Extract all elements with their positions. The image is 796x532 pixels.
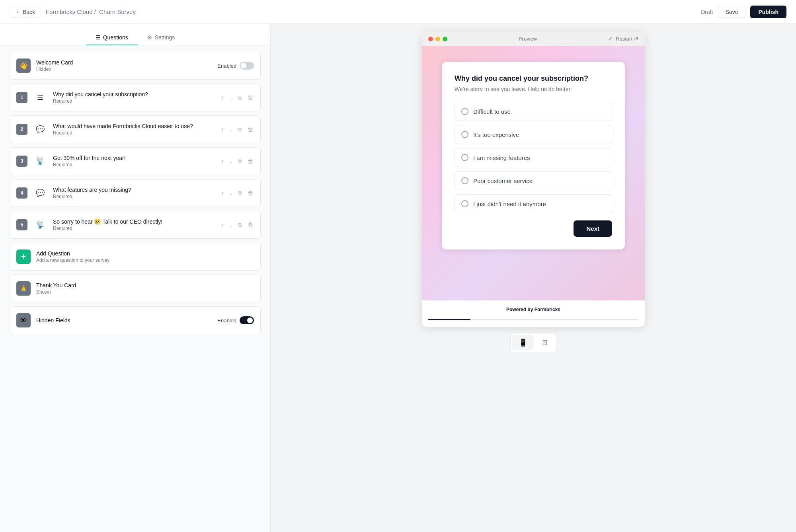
welcome-toggle-container: Enabled	[217, 62, 254, 70]
question-2-icon: 💬	[33, 122, 47, 136]
preview-body: Why did you cancel your subscription? We…	[422, 46, 645, 300]
thank-you-content: Thank You Card Shown	[36, 282, 254, 295]
header-left: ← Back Formbricks Cloud / Churn Survey	[10, 6, 136, 18]
breadcrumb-app: Formbricks Cloud /	[46, 8, 96, 15]
tab-settings[interactable]: ⚙ Settings	[138, 30, 185, 45]
radio-3	[461, 154, 468, 161]
breadcrumb-survey: Churn Survey	[99, 8, 136, 15]
add-question-subtitle: Add a new question to your survey	[36, 257, 109, 263]
welcome-icon: 👋	[16, 58, 31, 73]
welcome-toggle[interactable]	[240, 62, 254, 70]
header-right: Draft Save Publish	[701, 6, 786, 18]
move-up-button-5[interactable]: ↑	[220, 221, 225, 229]
question-5-icon: 📡	[33, 218, 47, 232]
option-5[interactable]: I just didn't need it anymore	[455, 194, 612, 213]
expand-icon: ⤢	[608, 36, 613, 42]
question-3-num: 3	[16, 156, 27, 167]
thank-you-title: Thank You Card	[36, 282, 254, 288]
move-down-button-4[interactable]: ↓	[229, 189, 233, 197]
back-button[interactable]: ← Back	[10, 6, 41, 18]
move-down-button-3[interactable]: ↓	[229, 157, 233, 165]
option-2[interactable]: It's too expensive	[455, 125, 612, 144]
thank-you-card[interactable]: 🙏 Thank You Card Shown	[10, 275, 261, 302]
question-4-content: What features are you missing? Required	[53, 187, 220, 199]
question-5-card[interactable]: 5 📡 So sorry to hear 😢 Talk to our CEO d…	[10, 211, 261, 239]
move-up-button-3[interactable]: ↑	[220, 157, 225, 165]
header: ← Back Formbricks Cloud / Churn Survey D…	[0, 0, 796, 24]
question-2-num: 2	[16, 124, 27, 135]
add-question-title: Add Question	[36, 250, 109, 257]
save-button[interactable]: Save	[718, 6, 746, 18]
delete-button-1[interactable]: 🗑	[247, 94, 254, 101]
delete-button-4[interactable]: 🗑	[247, 189, 254, 197]
right-panel: Preview ⤢ Restart ↺ Why did you cancel y…	[271, 24, 796, 532]
preview-label: Preview	[447, 36, 608, 42]
question-5-content: So sorry to hear 😢 Talk to our CEO direc…	[53, 218, 220, 231]
traffic-lights	[428, 37, 447, 41]
move-down-button-2[interactable]: ↓	[229, 125, 233, 133]
duplicate-button-4[interactable]: ⧉	[237, 189, 243, 197]
restart-button[interactable]: Restart ↺	[616, 36, 638, 42]
move-up-button-1[interactable]: ↑	[220, 94, 225, 101]
duplicate-button-5[interactable]: ⧉	[237, 221, 243, 229]
duplicate-button-2[interactable]: ⧉	[237, 125, 243, 134]
device-switcher: 📱 🖥	[510, 333, 556, 352]
question-3-subtitle: Required	[53, 162, 220, 168]
question-2-card[interactable]: 2 💬 What would have made Formbricks Clou…	[10, 115, 261, 143]
question-5-num: 5	[16, 219, 27, 230]
questions-icon: ☰	[96, 34, 101, 41]
mobile-view-button[interactable]: 📱	[512, 335, 534, 350]
question-2-subtitle: Required	[53, 130, 220, 136]
question-3-actions: ↑ ↓ ⧉ 🗑	[220, 157, 254, 166]
welcome-card-title: Welcome Card	[36, 59, 217, 66]
duplicate-button-3[interactable]: ⧉	[237, 157, 243, 166]
preview-footer: Powered by Formbricks	[422, 300, 645, 319]
thank-you-subtitle: Shown	[36, 289, 254, 295]
thank-you-icon: 🙏	[16, 281, 31, 296]
publish-button[interactable]: Publish	[750, 6, 786, 18]
question-3-icon: 📡	[33, 154, 47, 168]
question-1-subtitle: Required	[53, 98, 220, 104]
move-up-button-2[interactable]: ↑	[220, 125, 225, 133]
traffic-light-green	[443, 37, 447, 41]
welcome-card[interactable]: 👋 Welcome Card Hidden Enabled	[10, 52, 261, 80]
radio-5	[461, 200, 468, 207]
hidden-toggle-label: Enabled	[217, 318, 236, 323]
option-3[interactable]: I am missing features	[455, 148, 612, 167]
question-5-actions: ↑ ↓ ⧉ 🗑	[220, 221, 254, 229]
questions-list: 👋 Welcome Card Hidden Enabled 1 ☰ Why di…	[0, 45, 270, 341]
hidden-toggle[interactable]	[240, 316, 254, 324]
survey-card: Why did you cancel your subscription? We…	[442, 62, 625, 249]
question-3-card[interactable]: 3 📡 Get 30% off for the next year! Requi…	[10, 147, 261, 175]
move-down-button-1[interactable]: ↓	[229, 94, 233, 101]
move-up-button-4[interactable]: ↑	[220, 189, 225, 197]
progress-bar	[428, 319, 638, 320]
option-3-text: I am missing features	[473, 154, 530, 161]
hidden-fields-card[interactable]: 👁 Hidden Fields Enabled	[10, 306, 261, 334]
option-4[interactable]: Poor customer service	[455, 171, 612, 190]
question-1-card[interactable]: 1 ☰ Why did you cancel your subscription…	[10, 84, 261, 111]
desktop-view-button[interactable]: 🖥	[535, 335, 554, 350]
question-3-content: Get 30% off for the next year! Required	[53, 155, 220, 168]
welcome-card-subtitle: Hidden	[36, 66, 217, 72]
question-4-card[interactable]: 4 💬 What features are you missing? Requi…	[10, 179, 261, 207]
delete-button-5[interactable]: 🗑	[247, 221, 254, 229]
question-1-title: Why did you cancel your subscription?	[53, 91, 220, 97]
duplicate-button-1[interactable]: ⧉	[237, 94, 243, 102]
main-layout: ☰ Questions ⚙ Settings 👋 Welcome Card Hi…	[0, 24, 796, 532]
question-4-subtitle: Required	[53, 194, 220, 199]
option-1[interactable]: Difficult to use	[455, 102, 612, 121]
next-button[interactable]: Next	[574, 220, 612, 237]
move-down-button-5[interactable]: ↓	[229, 221, 233, 229]
option-4-text: Poor customer service	[473, 177, 533, 184]
question-4-actions: ↑ ↓ ⧉ 🗑	[220, 189, 254, 197]
add-question-card[interactable]: + Add Question Add a new question to you…	[10, 243, 261, 271]
radio-2	[461, 131, 468, 138]
traffic-light-red	[428, 37, 433, 41]
add-question-content: Add Question Add a new question to your …	[36, 250, 109, 263]
hidden-toggle-container: Enabled	[217, 316, 254, 324]
preview-titlebar: Preview ⤢ Restart ↺	[422, 32, 645, 46]
delete-button-2[interactable]: 🗑	[247, 125, 254, 133]
tab-questions[interactable]: ☰ Questions	[86, 30, 138, 45]
delete-button-3[interactable]: 🗑	[247, 157, 254, 165]
